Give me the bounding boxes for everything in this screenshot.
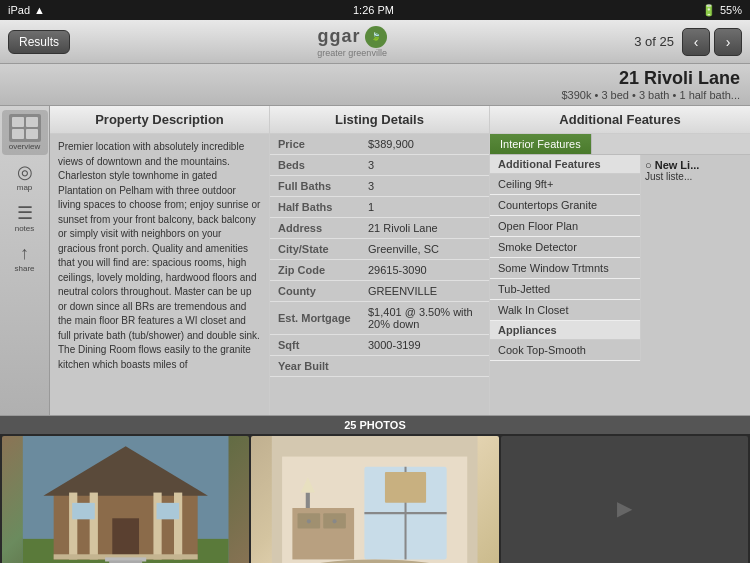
svg-rect-5 — [90, 493, 98, 560]
tab-interior-features[interactable]: Interior Features — [490, 134, 592, 154]
nav-right: 3 of 25 ‹ › — [634, 28, 742, 56]
left-sidebar: overview ◎ map ☰ notes ↑ share — [0, 106, 50, 415]
listing-value: 29615-3090 — [360, 260, 489, 281]
feature-item-openfloor: Open Floor Plan — [490, 216, 640, 237]
svg-rect-9 — [72, 503, 95, 519]
svg-rect-6 — [153, 493, 161, 560]
description-header: Property Description — [50, 106, 269, 134]
feature-item-window: Some Window Trtmnts — [490, 258, 640, 279]
sidebar-share-label: share — [14, 264, 34, 273]
logo-sub: greater greenville — [317, 48, 387, 58]
photos-container: ggarMLS™ — [0, 434, 750, 563]
page-counter: 3 of 25 — [634, 34, 674, 49]
listing-value: $1,401 @ 3.50% with 20% down — [360, 302, 489, 335]
listing-value: Greenville, SC — [360, 239, 489, 260]
photo-1[interactable]: ggarMLS™ — [2, 436, 249, 563]
feature-item-cooktop: Cook Top-Smooth — [490, 340, 640, 361]
svg-rect-8 — [112, 518, 139, 559]
photo-3[interactable]: ▶ ggar — [501, 436, 748, 563]
listing-label: Sqft — [270, 335, 360, 356]
listing-header: Listing Details — [270, 106, 489, 134]
listing-label: Zip Code — [270, 260, 360, 281]
listing-row: Sqft3000-3199 — [270, 335, 489, 356]
nav-left: Results — [8, 30, 70, 54]
listing-value: $389,900 — [360, 134, 489, 155]
photo-2[interactable]: ggarMLS™ — [251, 436, 498, 563]
results-button[interactable]: Results — [8, 30, 70, 54]
features-header: Additional Features — [490, 106, 750, 134]
sidebar-item-overview[interactable]: overview — [2, 110, 48, 155]
svg-rect-10 — [157, 503, 180, 519]
battery-percent: 55% — [720, 4, 742, 16]
status-right: 🔋 55% — [702, 4, 742, 17]
features-col: Additional Features Ceiling 9ft+ Counter… — [490, 155, 750, 361]
listing-label: Half Baths — [270, 197, 360, 218]
listing-table: Price$389,900Beds3Full Baths3Half Baths1… — [270, 134, 489, 377]
notes-icon: ☰ — [17, 202, 33, 224]
status-bar: iPad ▲ 1:26 PM 🔋 55% — [0, 0, 750, 20]
house-svg-2 — [251, 436, 498, 563]
photos-strip: 25 PHOTOS — [0, 416, 750, 563]
property-title: 21 Rivoli Lane — [10, 68, 740, 89]
listing-value: GREENVILLE — [360, 281, 489, 302]
new-listings-header: ○ New Li... — [645, 159, 746, 171]
listing-value: 3000-3199 — [360, 335, 489, 356]
new-listings-col: ○ New Li... Just liste... — [640, 155, 750, 361]
listing-row: Full Baths3 — [270, 176, 489, 197]
feature-item-countertops: Countertops Granite — [490, 195, 640, 216]
feature-item-tub: Tub-Jetted — [490, 279, 640, 300]
prev-button[interactable]: ‹ — [682, 28, 710, 56]
next-button[interactable]: › — [714, 28, 742, 56]
listing-row: Est. Mortgage$1,401 @ 3.50% with 20% dow… — [270, 302, 489, 335]
listing-value: 3 — [360, 176, 489, 197]
listing-value: 3 — [360, 155, 489, 176]
svg-rect-7 — [174, 493, 182, 560]
svg-point-22 — [307, 519, 311, 523]
section-listing: Listing Details Price$389,900Beds3Full B… — [270, 106, 490, 415]
listing-label: Full Baths — [270, 176, 360, 197]
listing-value: 21 Rivoli Lane — [360, 218, 489, 239]
listing-row: CountyGREENVILLE — [270, 281, 489, 302]
property-header: 21 Rivoli Lane $390k • 3 bed • 3 bath • … — [0, 64, 750, 106]
battery-icon: 🔋 — [702, 4, 716, 17]
new-listings-sub: Just liste... — [645, 171, 746, 182]
listing-label: Address — [270, 218, 360, 239]
feature-group-header-appliances: Appliances — [490, 321, 640, 340]
overview-icon — [9, 114, 41, 142]
sidebar-overview-label: overview — [9, 142, 41, 151]
property-meta: $390k • 3 bed • 3 bath • 1 half bath... — [10, 89, 740, 101]
logo-icon: 🍃 — [365, 26, 387, 48]
nav-center: ggar 🍃 greater greenville — [317, 26, 387, 58]
listing-row: Price$389,900 — [270, 134, 489, 155]
sidebar-item-map[interactable]: ◎ map — [2, 157, 48, 196]
description-text: Premier location with absolutely incredi… — [50, 134, 269, 378]
listing-row: Zip Code29615-3090 — [270, 260, 489, 281]
listing-label: County — [270, 281, 360, 302]
top-nav: Results ggar 🍃 greater greenville 3 of 2… — [0, 20, 750, 64]
wifi-icon: ▲ — [34, 4, 45, 16]
photos-bar: 25 PHOTOS — [0, 416, 750, 434]
listing-label: Year Built — [270, 356, 360, 377]
listing-row: Address21 Rivoli Lane — [270, 218, 489, 239]
sidebar-map-label: map — [17, 183, 33, 192]
status-left: iPad ▲ — [8, 4, 45, 16]
svg-rect-26 — [385, 472, 426, 503]
listing-label: Est. Mortgage — [270, 302, 360, 335]
svg-point-23 — [333, 519, 337, 523]
listing-row: Beds3 — [270, 155, 489, 176]
ipad-label: iPad — [8, 4, 30, 16]
listing-value: 1 — [360, 197, 489, 218]
feature-item-smoke: Smoke Detector — [490, 237, 640, 258]
sidebar-item-share[interactable]: ↑ share — [2, 239, 48, 277]
listing-value — [360, 356, 489, 377]
features-list: Additional Features Ceiling 9ft+ Counter… — [490, 155, 640, 361]
feature-item-ceiling: Ceiling 9ft+ — [490, 174, 640, 195]
listing-row: Year Built — [270, 356, 489, 377]
feature-group-header-0: Additional Features — [490, 155, 640, 174]
sidebar-item-notes[interactable]: ☰ notes — [2, 198, 48, 237]
listing-row: Half Baths1 — [270, 197, 489, 218]
logo-text: ggar — [318, 26, 361, 47]
listing-row: City/StateGreenville, SC — [270, 239, 489, 260]
feature-item-walkin: Walk In Closet — [490, 300, 640, 321]
share-icon: ↑ — [20, 243, 29, 264]
